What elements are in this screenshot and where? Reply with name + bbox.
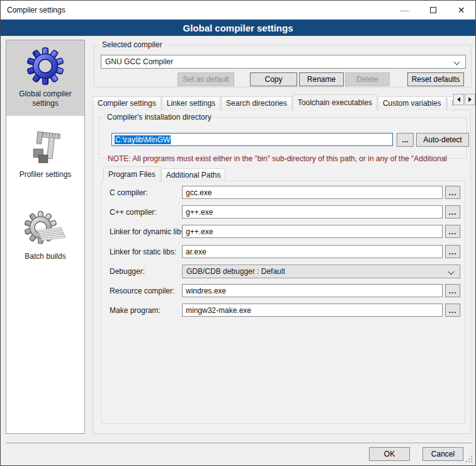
sidebar-item-profiler-settings[interactable]: Profiler settings <box>6 121 84 191</box>
gray-gear-stack-icon <box>24 209 67 248</box>
tab-scroll-left-button[interactable] <box>453 94 464 105</box>
maximize-icon <box>430 7 436 13</box>
minimize-icon: — <box>400 5 409 15</box>
sidebar-item-global-compiler-settings[interactable]: Global compiler settings <box>6 40 84 116</box>
toolchain-executables-page: Compiler's installation directory C:\ray… <box>93 110 471 434</box>
window-title: Compiler settings <box>7 6 65 14</box>
left-arrow-icon <box>455 97 460 102</box>
dialog-banner: Global compiler settings <box>1 20 475 36</box>
compiler-select-value: GNU GCC Compiler <box>105 57 173 66</box>
browse-button[interactable]: ... <box>445 205 460 219</box>
debugger-select[interactable]: GDB/CDB debugger : Default <box>182 264 460 278</box>
browse-ellipsis-icon: ... <box>402 135 408 144</box>
right-arrow-icon <box>468 97 474 102</box>
tab-custom-variables[interactable]: Custom variables <box>378 96 446 110</box>
delete-button: Delete <box>345 72 390 86</box>
browse-button[interactable]: ... <box>445 304 460 317</box>
sidebar-item-label: Profiler settings <box>20 170 72 179</box>
install-dir-browse-button[interactable]: ... <box>397 133 414 147</box>
browse-button[interactable]: ... <box>445 284 460 297</box>
chevron-down-icon <box>448 269 455 275</box>
minimize-button[interactable]: — <box>390 1 419 20</box>
settings-category-sidebar: Global compiler settings Profiler settin… <box>6 40 85 434</box>
blue-gear-icon <box>26 47 65 86</box>
compiler-settings-dialog: Compiler settings — ✕ Global compiler se… <box>0 0 476 466</box>
tab-scroll-right-button[interactable] <box>465 94 475 105</box>
sidebar-item-batch-builds[interactable]: Batch builds <box>6 203 84 273</box>
footer-divider <box>6 443 472 444</box>
field-label-c++-compiler-: C++ compiler: <box>110 208 157 217</box>
tab-linker-settings[interactable]: Linker settings <box>162 96 220 110</box>
program-files-page: C compiler:...C++ compiler:...Linker for… <box>101 181 465 424</box>
selected-compiler-group: Selected compiler GNU GCC Compiler Set a… <box>94 45 472 88</box>
autodetect-button[interactable]: Auto-detect <box>416 133 469 147</box>
browse-button[interactable]: ... <box>445 186 460 199</box>
field-label-linker-for-static-libs-: Linker for static libs: <box>110 247 176 256</box>
tab-compiler-settings[interactable]: Compiler settings <box>93 96 161 110</box>
field-label-make-program-: Make program: <box>110 306 161 315</box>
chevron-down-icon <box>454 59 460 65</box>
install-dir-input[interactable]: C:\raylib\MinGW <box>111 133 393 146</box>
copy-button[interactable]: Copy <box>250 72 297 86</box>
field-label-debugger-: Debugger: <box>110 267 145 276</box>
install-dir-group-label: Compiler's installation directory <box>105 113 214 122</box>
ok-label: OK <box>384 450 395 458</box>
autodetect-label: Auto-detect <box>423 135 462 144</box>
caliper-icon <box>26 127 64 166</box>
sidebar-item-label: Global compiler settings <box>6 89 84 108</box>
tab-build[interactable]: Build <box>447 96 453 110</box>
sidebar-item-label: Batch builds <box>25 252 65 261</box>
browse-button[interactable]: ... <box>445 225 460 238</box>
install-dir-selected-text: C:\raylib\MinGW <box>115 135 171 144</box>
title-bar[interactable]: Compiler settings — ✕ <box>1 1 475 20</box>
banner-title: Global compiler settings <box>183 23 293 33</box>
ok-button[interactable]: OK <box>369 447 410 461</box>
input-mingw32-make-exe[interactable] <box>182 304 443 317</box>
subtab-program-files[interactable]: Program Files <box>103 166 161 183</box>
install-dir-group: Compiler's installation directory C:\ray… <box>99 117 467 159</box>
reset-defaults-button[interactable]: Reset defaults <box>407 72 464 86</box>
input-ar-exe[interactable] <box>182 245 443 258</box>
compiler-select[interactable]: GNU GCC Compiler <box>101 55 466 69</box>
selected-compiler-group-label: Selected compiler <box>99 40 164 49</box>
rename-button[interactable]: Rename <box>299 72 344 86</box>
set-as-default-button: Set as default <box>178 72 234 86</box>
cancel-button[interactable]: Cancel <box>422 447 463 461</box>
field-label-c-compiler-: C compiler: <box>110 188 148 197</box>
main-tab-strip: Compiler settingsLinker settingsSearch d… <box>93 93 453 110</box>
input-g++-exe[interactable] <box>182 225 443 238</box>
input-g++-exe[interactable] <box>182 205 443 219</box>
subtab-additional-paths[interactable]: Additional Paths <box>161 168 226 182</box>
cancel-label: Cancel <box>431 450 455 458</box>
close-icon: ✕ <box>458 5 465 15</box>
input-windres-exe[interactable] <box>182 284 443 297</box>
close-button[interactable]: ✕ <box>447 1 475 20</box>
field-label-linker-for-dynamic-libs-: Linker for dynamic libs: <box>110 227 187 236</box>
install-dir-note: NOTE: All programs must exist either in … <box>108 154 467 163</box>
input-gcc-exe[interactable] <box>182 186 443 199</box>
tab-toolchain-executables[interactable]: Toolchain executables <box>293 94 377 110</box>
maximize-button[interactable] <box>419 1 447 20</box>
tab-search-directories[interactable]: Search directories <box>221 96 292 110</box>
program-files-tab-strip: Program FilesAdditional Paths <box>103 166 456 182</box>
field-label-resource-compiler-: Resource compiler: <box>110 287 174 295</box>
resize-grip[interactable] <box>466 456 472 462</box>
debugger-select-value: GDB/CDB debugger : Default <box>186 267 285 276</box>
browse-button[interactable]: ... <box>445 245 460 258</box>
